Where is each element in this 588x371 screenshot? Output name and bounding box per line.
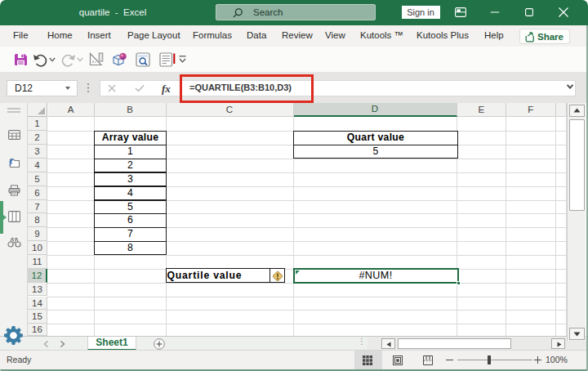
svg-text:fx: fx xyxy=(162,83,171,95)
